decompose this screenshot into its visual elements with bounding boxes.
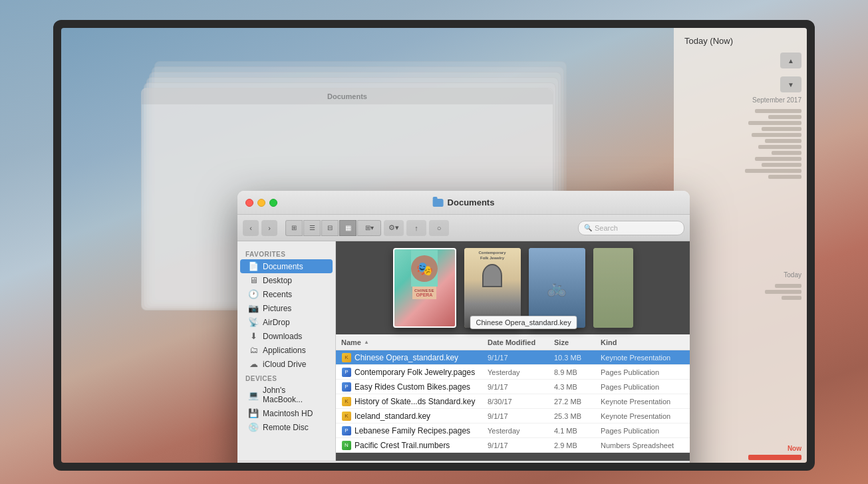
desktop-icon: 🖥 xyxy=(248,275,259,285)
sidebar-applications-label: Applications xyxy=(263,346,306,355)
col-date-header[interactable]: Date Modified xyxy=(488,338,554,346)
sidebar-recents-label: Recents xyxy=(263,290,292,299)
sidebar-item-recents[interactable]: 🕐 Recents xyxy=(240,287,333,301)
sidebar-item-airdrop[interactable]: 📡 AirDrop xyxy=(240,315,333,329)
file-date: Yesterday xyxy=(488,427,554,435)
file-kind: Keynote Presentation xyxy=(601,412,684,420)
file-kind: Keynote Presentation xyxy=(601,354,684,362)
icon-view-btn[interactable]: ⊞ xyxy=(285,220,303,236)
timeline-bar xyxy=(762,127,801,131)
search-box[interactable]: 🔍 Search xyxy=(578,221,684,235)
finder-window: Documents ‹ › ⊞ ☰ ⊟ ▦ ⊞▾ ⚙▾ ↑ xyxy=(237,191,690,463)
sidebar-pictures-label: Pictures xyxy=(263,304,291,313)
file-date: 9/1/17 xyxy=(488,383,554,391)
col-name-header[interactable]: Name ▲ xyxy=(341,338,488,346)
sidebar-item-pictures[interactable]: 📷 Pictures xyxy=(240,301,333,315)
file-name: Contemporary Folk Jewelry.pages xyxy=(355,368,488,377)
column-view-btn[interactable]: ⊟ xyxy=(321,220,339,236)
back-button[interactable]: ‹ xyxy=(243,220,259,236)
timeline-bars-bottom xyxy=(674,281,807,443)
view-buttons: ⊞ ☰ ⊟ ▦ ⊞▾ xyxy=(285,220,381,236)
downloads-icon: ⬇ xyxy=(248,331,259,341)
file-name: Iceland_standard.key xyxy=(355,412,488,421)
file-list: Name ▲ Date Modified Size xyxy=(336,334,690,453)
search-placeholder: Search xyxy=(595,224,618,232)
file-row-lebanese[interactable]: P Lebanese Family Recipes.pages Yesterda… xyxy=(336,424,690,438)
file-date: 9/1/17 xyxy=(488,441,554,449)
sidebar-item-desktop[interactable]: 🖥 Desktop xyxy=(240,273,333,287)
pictures-icon: 📷 xyxy=(248,303,259,313)
timeline-bar xyxy=(765,290,801,294)
chinese-opera-thumb[interactable]: 🎭 CHINESE OPERA xyxy=(393,248,456,328)
key-file-icon: K xyxy=(342,353,351,362)
folder-icon xyxy=(433,199,444,207)
tag-button[interactable]: ○ xyxy=(429,220,449,236)
file-row-pacific-crest[interactable]: N Pacific Crest Trail.numbers 9/1/17 2.9… xyxy=(336,438,690,453)
macbook-frame: Today (Now) ▲ ▼ September 2017 xyxy=(0,0,868,484)
sidebar-documents-label: Documents xyxy=(263,262,303,271)
file-row-history-skate[interactable]: K History of Skate...ds Standard.key 8/3… xyxy=(336,394,690,409)
minimize-button[interactable] xyxy=(257,199,265,207)
maximize-button[interactable] xyxy=(269,199,277,207)
list-view-btn[interactable]: ☰ xyxy=(303,220,321,236)
col-size-header[interactable]: Size xyxy=(554,338,601,346)
airdrop-icon: 📡 xyxy=(248,317,259,327)
gallery-view-btn[interactable]: ▦ xyxy=(339,220,357,236)
coverflow-view-btn[interactable]: ⊞▾ xyxy=(357,220,381,236)
applications-icon: 🗂 xyxy=(248,345,259,355)
pages-file-icon: P xyxy=(342,368,351,377)
sidebar-downloads-label: Downloads xyxy=(263,332,302,341)
search-icon: 🔍 xyxy=(584,224,592,231)
timeline-bar xyxy=(758,145,801,149)
file-row-folk-jewelry[interactable]: P Contemporary Folk Jewelry.pages Yester… xyxy=(336,365,690,380)
file-row-easy-rides[interactable]: P Easy Rides Custom Bikes.pages 9/1/17 4… xyxy=(336,380,690,394)
september-label: September 2017 xyxy=(674,94,807,106)
share-button[interactable]: ↑ xyxy=(406,220,426,236)
timeline-up-btn[interactable]: ▲ xyxy=(780,53,801,68)
file-date: 9/1/17 xyxy=(488,354,554,362)
window-title: Documents xyxy=(433,197,495,207)
forward-button[interactable]: › xyxy=(261,220,277,236)
sidebar: Favorites 📄 Documents 🖥 Desktop 🕐 Recent… xyxy=(237,241,336,461)
sidebar-item-macintosh[interactable]: 💾 Macintosh HD xyxy=(240,406,333,420)
today-label: Today xyxy=(674,269,807,281)
timeline-down-btn[interactable]: ▼ xyxy=(780,76,801,92)
title-bar: Documents xyxy=(237,191,690,215)
close-button[interactable] xyxy=(245,199,253,207)
now-label: Now xyxy=(674,443,807,455)
dialog-buttons: Cancel Restore xyxy=(237,461,690,463)
macbook-icon: 💻 xyxy=(248,390,259,400)
file-size: 8.9 MB xyxy=(554,368,601,376)
now-bar xyxy=(748,455,801,460)
key-file-icon: K xyxy=(342,397,351,406)
file-date: Yesterday xyxy=(488,368,554,376)
file-size: 27.2 MB xyxy=(554,398,601,406)
recipes-thumb[interactable] xyxy=(593,248,633,328)
devices-section-title: Devices xyxy=(237,371,335,384)
screen-content: Today (Now) ▲ ▼ September 2017 xyxy=(61,28,807,463)
action-button[interactable]: ⚙▾ xyxy=(384,220,404,236)
file-row-chinese-opera[interactable]: K Chinese Opera_standard.key 9/1/17 10.3… xyxy=(336,350,690,365)
file-size: 2.9 MB xyxy=(554,441,601,449)
sidebar-item-macbook[interactable]: 💻 John's MacBook... xyxy=(240,384,333,406)
file-date: 9/1/17 xyxy=(488,412,554,420)
file-list-header: Name ▲ Date Modified Size xyxy=(336,334,690,350)
pages-icon: P xyxy=(341,425,352,436)
sidebar-item-downloads[interactable]: ⬇ Downloads xyxy=(240,329,333,343)
today-now-label: Today (Now) xyxy=(674,28,807,51)
traffic-lights xyxy=(245,199,277,207)
remote-icon: 💿 xyxy=(248,422,259,432)
sidebar-item-remote[interactable]: 💿 Remote Disc xyxy=(240,420,333,434)
col-kind-header[interactable]: Kind xyxy=(601,338,684,346)
file-row-iceland[interactable]: K Iceland_standard.key 9/1/17 25.3 MB Ke… xyxy=(336,409,690,424)
sidebar-macintosh-label: Macintosh HD xyxy=(263,409,313,418)
sidebar-item-icloud[interactable]: ☁ iCloud Drive xyxy=(240,357,333,371)
sidebar-item-applications[interactable]: 🗂 Applications xyxy=(240,343,333,357)
preview-tooltip: Chinese Opera_standard.key xyxy=(470,316,577,329)
sidebar-item-documents[interactable]: 📄 Documents xyxy=(240,259,333,273)
timeline-bar xyxy=(775,284,801,288)
pages-icon: P xyxy=(341,382,352,392)
sidebar-remote-label: Remote Disc xyxy=(263,423,309,432)
timeline-bar xyxy=(748,121,801,125)
timeline-bar xyxy=(745,169,801,173)
